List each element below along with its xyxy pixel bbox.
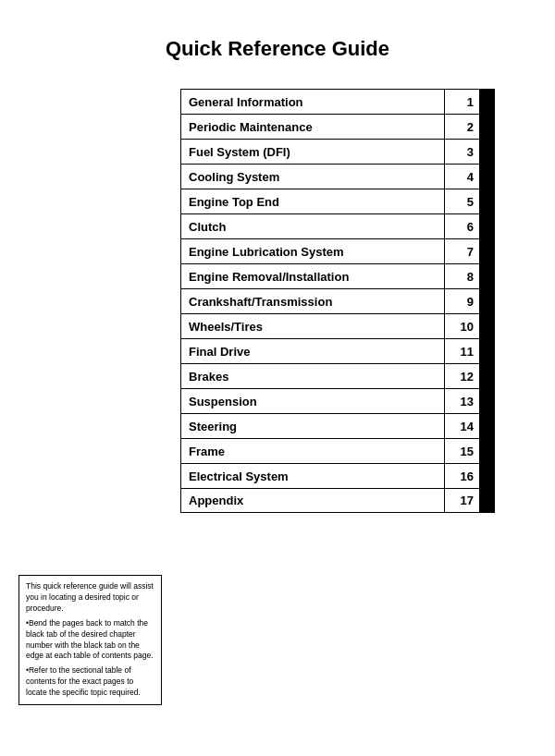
- table-row: Suspension13: [180, 388, 495, 413]
- toc-item-label: Clutch: [181, 214, 444, 238]
- note-line2: •Bend the pages back to match the black …: [26, 618, 154, 663]
- toc-item-label: Fuel System (DFI): [181, 140, 444, 164]
- toc-item-tab: [479, 189, 494, 213]
- toc-item-label: Brakes: [181, 364, 444, 388]
- table-row: Final Drive11: [180, 338, 495, 363]
- toc-item-tab: [479, 239, 494, 263]
- note-line1: This quick reference guide will assist y…: [26, 581, 154, 615]
- toc-item-tab: [479, 464, 494, 488]
- table-row: Engine Removal/Installation8: [180, 263, 495, 288]
- toc-item-number: 13: [444, 389, 479, 413]
- toc-item-tab: [479, 339, 494, 363]
- toc-item-label: Suspension: [181, 389, 444, 413]
- table-row: Crankshaft/Transmission9: [180, 288, 495, 313]
- toc-item-number: 4: [444, 165, 479, 189]
- toc-item-number: 10: [444, 314, 479, 338]
- toc-item-number: 15: [444, 439, 479, 463]
- toc-item-label: Engine Top End: [181, 189, 444, 213]
- table-row: Clutch6: [180, 213, 495, 238]
- table-row: Periodic Maintenance2: [180, 114, 495, 139]
- toc-item-label: Steering: [181, 414, 444, 438]
- toc-item-label: Frame: [181, 439, 444, 463]
- table-row: Engine Lubrication System7: [180, 238, 495, 263]
- table-row: Fuel System (DFI)3: [180, 139, 495, 164]
- toc-item-tab: [479, 214, 494, 238]
- toc-item-number: 17: [444, 489, 479, 512]
- toc-item-tab: [479, 364, 494, 388]
- toc-item-tab: [479, 264, 494, 288]
- toc-item-number: 16: [444, 464, 479, 488]
- toc-item-tab: [479, 314, 494, 338]
- toc-item-label: Engine Lubrication System: [181, 239, 444, 263]
- table-row: Engine Top End5: [180, 189, 495, 213]
- table-row: Wheels/Tires10: [180, 313, 495, 338]
- toc-item-number: 12: [444, 364, 479, 388]
- toc-item-number: 8: [444, 264, 479, 288]
- page-container: Quick Reference Guide General Informatio…: [0, 0, 555, 756]
- table-row: Frame15: [180, 438, 495, 463]
- toc-item-tab: [479, 389, 494, 413]
- toc-item-tab: [479, 140, 494, 164]
- toc-item-label: Periodic Maintenance: [181, 115, 444, 139]
- table-row: Electrical System16: [180, 463, 495, 488]
- toc-item-label: Wheels/Tires: [181, 314, 444, 338]
- toc-item-number: 2: [444, 115, 479, 139]
- toc-item-tab: [479, 115, 494, 139]
- toc-item-label: Final Drive: [181, 339, 444, 363]
- toc-item-label: Crankshaft/Transmission: [181, 289, 444, 313]
- toc-item-label: General Information: [181, 90, 444, 114]
- toc-container: General Information1Periodic Maintenance…: [180, 89, 495, 513]
- toc-item-number: 3: [444, 140, 479, 164]
- toc-item-number: 1: [444, 90, 479, 114]
- table-row: Cooling System4: [180, 164, 495, 189]
- toc-item-number: 11: [444, 339, 479, 363]
- toc-item-number: 7: [444, 239, 479, 263]
- table-row: General Information1: [180, 89, 495, 114]
- toc-item-number: 5: [444, 189, 479, 213]
- toc-item-label: Electrical System: [181, 464, 444, 488]
- toc-item-tab: [479, 289, 494, 313]
- toc-item-tab: [479, 165, 494, 189]
- toc-item-number: 14: [444, 414, 479, 438]
- toc-item-tab: [479, 414, 494, 438]
- toc-item-label: Appendix: [181, 489, 444, 512]
- toc-item-number: 9: [444, 289, 479, 313]
- toc-item-label: Engine Removal/Installation: [181, 264, 444, 288]
- toc-item-number: 6: [444, 214, 479, 238]
- toc-item-label: Cooling System: [181, 165, 444, 189]
- page-title: Quick Reference Guide: [18, 37, 536, 61]
- toc-item-tab: [479, 90, 494, 114]
- note-line3: •Refer to the sectional table of content…: [26, 665, 154, 699]
- note-box: This quick reference guide will assist y…: [18, 575, 162, 705]
- table-row: Steering14: [180, 413, 495, 438]
- toc-item-tab: [479, 439, 494, 463]
- toc-item-tab: [479, 489, 494, 512]
- table-row: Brakes12: [180, 363, 495, 388]
- table-row: Appendix17: [180, 488, 495, 513]
